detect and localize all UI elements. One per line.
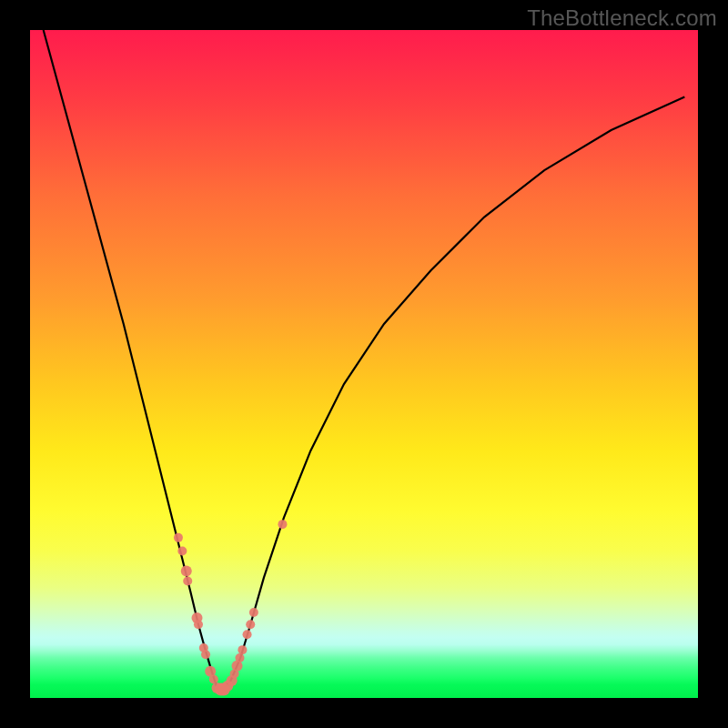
sample-dot: [177, 547, 187, 556]
chart-frame: TheBottleneck.com: [0, 0, 728, 728]
sample-dot: [249, 608, 258, 617]
watermark-text: TheBottleneck.com: [527, 5, 717, 31]
sample-dot: [235, 653, 244, 662]
bottleneck-curve: [44, 30, 685, 689]
sample-dot: [201, 650, 210, 659]
sample-dot: [278, 520, 287, 529]
sample-dot: [194, 620, 203, 629]
sample-dot: [183, 577, 192, 586]
sample-dot: [181, 566, 192, 577]
sample-dots-group: [174, 520, 288, 695]
chart-svg: [30, 30, 698, 698]
sample-dot: [238, 645, 247, 654]
sample-dot: [246, 620, 255, 629]
sample-dot: [243, 630, 252, 639]
sample-dot: [174, 533, 183, 542]
sample-dot: [209, 674, 218, 683]
